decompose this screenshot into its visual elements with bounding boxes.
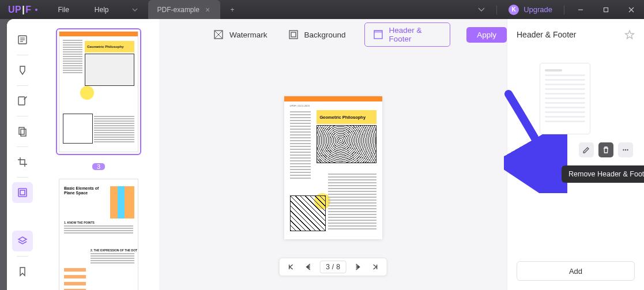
pager-current: 3	[326, 263, 330, 271]
logo-text-right: F	[25, 5, 31, 15]
tool-organize-icon[interactable]	[12, 121, 33, 142]
svg-rect-6	[18, 97, 25, 105]
preset-edit-button[interactable]	[579, 142, 594, 157]
svg-rect-10	[20, 190, 25, 195]
window-minimize[interactable]	[568, 0, 593, 19]
app-body: Geometric Philosophy 3 Basic Elements of…	[7, 19, 644, 290]
apply-button[interactable]: Apply	[466, 27, 507, 43]
rail-separator	[17, 116, 28, 116]
tab-close-icon[interactable]: ×	[205, 5, 210, 14]
page-title: Geometric Philosophy	[317, 110, 376, 124]
logo-divider: |	[22, 5, 25, 15]
page-artwork	[317, 125, 376, 163]
window-close[interactable]	[619, 0, 644, 19]
rail-separator	[17, 256, 28, 257]
canvas-area: Watermark Background Header & Footer App…	[159, 19, 507, 290]
tool-layers-icon[interactable]	[12, 231, 33, 251]
top-toolbar: Watermark Background Header & Footer App…	[159, 19, 507, 50]
titlebar-right: K Upgrade	[470, 0, 644, 19]
pager-field[interactable]: 3 / 8	[319, 261, 347, 273]
window-controls	[568, 0, 644, 19]
tab-active[interactable]: PDF-example ×	[148, 0, 221, 19]
pager-next-icon[interactable]	[352, 261, 364, 273]
watermark-icon	[213, 29, 224, 40]
pager: 3 / 8	[278, 258, 387, 276]
pager-first-icon[interactable]	[285, 261, 296, 273]
avatar: K	[509, 5, 519, 15]
svg-rect-8	[21, 129, 26, 136]
tab-overflow-dropdown[interactable]	[122, 0, 148, 19]
tool-page-tools-icon[interactable]	[12, 182, 33, 203]
svg-rect-7	[19, 127, 24, 134]
rail-separator	[17, 177, 28, 178]
tool-label: Watermark	[229, 31, 268, 39]
thumbnail-page-3[interactable]: Geometric Philosophy	[56, 28, 141, 155]
left-rail	[7, 19, 38, 290]
tab-new-button[interactable]: +	[220, 0, 244, 19]
pager-prev-icon[interactable]	[302, 261, 314, 273]
svg-rect-12	[289, 31, 297, 39]
thumbnail-panel: Geometric Philosophy 3 Basic Elements of…	[38, 19, 159, 290]
thumbnail-preview: Basic Elements of Plane Space 1. KNOW TH…	[59, 179, 138, 290]
separator	[564, 5, 564, 14]
tool-header-footer[interactable]: Header & Footer	[364, 22, 451, 47]
tool-watermark[interactable]: Watermark	[211, 26, 270, 43]
thumb-title: Geometric Philosophy	[85, 41, 134, 52]
window-maximize[interactable]	[593, 0, 619, 19]
rail-separator	[17, 146, 28, 147]
right-panel-header: Header & Footer	[507, 19, 644, 50]
pager-sep: /	[332, 263, 334, 271]
svg-rect-9	[18, 189, 27, 197]
upgrade-label: Upgrade	[524, 5, 552, 14]
rail-bottom	[12, 231, 33, 282]
logo-text-left: UP	[8, 5, 21, 15]
pager-last-icon[interactable]	[370, 261, 381, 273]
tool-marker-icon[interactable]	[12, 60, 33, 81]
rail-separator	[17, 85, 28, 86]
rail-separator	[17, 55, 28, 55]
favorite-star-icon[interactable]	[624, 29, 635, 40]
background-icon	[288, 29, 299, 40]
delete-tooltip: Remove Header & Footer	[562, 165, 644, 183]
app-logo: UP|F	[0, 5, 46, 15]
thumbnail-page-number: 3	[92, 163, 105, 170]
tool-background[interactable]: Background	[286, 26, 348, 43]
preset-preview	[540, 63, 590, 134]
right-panel: Header & Footer	[507, 19, 644, 290]
thumb-section-1: 1. KNOW THE POINTS	[64, 221, 95, 224]
thumbnail-page-4[interactable]: Basic Elements of Plane Space 1. KNOW TH…	[56, 176, 141, 290]
header-footer-preset[interactable]: Remove Header & Footer	[540, 63, 635, 157]
pager-total: 8	[336, 263, 340, 271]
page-view[interactable]: UPDF | 13.11.2023 Geometric Philosophy	[284, 96, 382, 239]
thumb-title: Basic Elements of Plane Space	[64, 186, 106, 195]
tool-label: Background	[304, 31, 346, 39]
upgrade-button[interactable]: K Upgrade	[500, 0, 560, 19]
svg-rect-13	[291, 32, 296, 37]
tool-edit-icon[interactable]	[12, 91, 33, 111]
svg-point-20	[627, 149, 628, 150]
tool-reader-icon[interactable]	[12, 29, 33, 50]
svg-point-18	[623, 149, 624, 150]
svg-rect-1	[604, 7, 608, 12]
preset-more-button[interactable]	[618, 142, 633, 157]
menu-help[interactable]: Help	[82, 0, 122, 19]
preset-delete-button[interactable]	[598, 142, 613, 157]
preset-controls	[579, 142, 635, 157]
titlebar-dropdown[interactable]	[470, 7, 493, 12]
logo-dot-icon	[35, 9, 37, 11]
page-artwork-2	[290, 195, 326, 231]
header-footer-icon	[373, 29, 383, 40]
page-meta: UPDF | 13.11.2023	[290, 104, 310, 107]
title-bar: UP|F File Help PDF-example × + K Upgrade	[0, 0, 644, 19]
separator	[496, 5, 497, 14]
svg-point-19	[625, 149, 626, 150]
tool-bookmark-icon[interactable]	[12, 261, 33, 282]
right-panel-body: Remove Header & Footer	[507, 50, 644, 261]
tool-crop-icon[interactable]	[12, 152, 33, 172]
menu-file[interactable]: File	[46, 0, 82, 19]
tab-label: PDF-example	[157, 6, 199, 14]
thumb-section-2: 2. THE EXPRESSION OF THE DOT	[91, 248, 137, 252]
svg-rect-15	[374, 31, 382, 33]
add-header-footer-button[interactable]: Add	[517, 261, 635, 281]
thumbnail-preview: Geometric Philosophy	[59, 31, 138, 152]
